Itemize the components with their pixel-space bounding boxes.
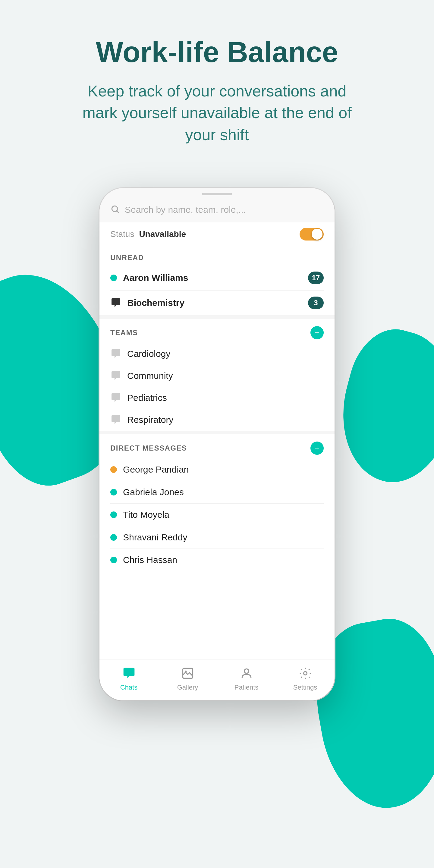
status-toggle[interactable] bbox=[300, 228, 324, 241]
nav-patients[interactable]: Patients bbox=[228, 665, 265, 691]
status-row: Status Unavailable bbox=[99, 222, 335, 246]
dm-item-shravani[interactable]: Shravani Reddy bbox=[99, 526, 335, 549]
unread-badge: 17 bbox=[308, 272, 324, 284]
dm-section-header: DIRECT MESSAGES + bbox=[99, 434, 335, 458]
notch-bar bbox=[202, 193, 232, 195]
patients-nav-icon bbox=[239, 665, 254, 681]
team-bubble-icon bbox=[110, 370, 121, 381]
unread-section-header: UNREAD bbox=[99, 246, 335, 266]
online-dot bbox=[110, 275, 117, 281]
phone-notch bbox=[99, 188, 335, 197]
add-dm-button[interactable]: + bbox=[310, 441, 324, 455]
team-item-respiratory[interactable]: Respiratory bbox=[99, 409, 335, 431]
search-input[interactable]: Search by name, team, role,... bbox=[125, 205, 324, 215]
section-spacer bbox=[99, 315, 335, 319]
dm-item-george[interactable]: George Pandian bbox=[99, 458, 335, 481]
status-dot bbox=[110, 534, 117, 541]
dm-item-gabriela[interactable]: Gabriela Jones bbox=[99, 481, 335, 503]
phone-frame: Search by name, team, role,... Status Un… bbox=[99, 188, 335, 701]
team-bubble-icon bbox=[110, 393, 121, 403]
team-name: Community bbox=[127, 371, 324, 381]
dm-name: Gabriela Jones bbox=[123, 487, 324, 497]
status-dot bbox=[110, 466, 117, 473]
dm-item-tito[interactable]: Tito Moyela bbox=[99, 504, 335, 526]
status-dot bbox=[110, 557, 117, 563]
team-item-community[interactable]: Community bbox=[99, 365, 335, 387]
status-value: Unavailable bbox=[139, 229, 295, 239]
svg-point-0 bbox=[112, 206, 118, 212]
nav-gallery-label: Gallery bbox=[177, 684, 198, 691]
bottom-navigation: Chats Gallery bbox=[99, 659, 335, 701]
dm-name: George Pandian bbox=[123, 464, 324, 475]
nav-gallery[interactable]: Gallery bbox=[170, 665, 206, 691]
page-subtitle: Keep track of your conversations and mar… bbox=[82, 80, 352, 146]
team-name: Pediatrics bbox=[127, 393, 324, 403]
dm-item-chris[interactable]: Chris Hassan bbox=[99, 549, 335, 571]
team-name: Respiratory bbox=[127, 415, 324, 425]
dm-name: Shravani Reddy bbox=[123, 532, 324, 542]
phone-mockup: Search by name, team, role,... Status Un… bbox=[99, 188, 335, 701]
unread-title: UNREAD bbox=[110, 253, 144, 262]
unread-list: Aaron Williams 17 Biochemistry 3 bbox=[99, 266, 335, 315]
team-name: Cardiology bbox=[127, 349, 324, 359]
dm-name: Tito Moyela bbox=[123, 510, 324, 520]
nav-chats-label: Chats bbox=[120, 684, 137, 691]
chat-item-aaron[interactable]: Aaron Williams 17 bbox=[99, 266, 335, 290]
nav-settings[interactable]: Settings bbox=[287, 665, 323, 691]
status-dot bbox=[110, 489, 117, 495]
toggle-knob bbox=[312, 229, 322, 240]
teams-section-header: TEAMS + bbox=[99, 319, 335, 343]
status-dot bbox=[110, 512, 117, 518]
search-icon bbox=[110, 204, 120, 215]
dm-list: George Pandian Gabriela Jones Tito Moyel… bbox=[99, 458, 335, 571]
chat-name: Biochemistry bbox=[127, 298, 302, 308]
dm-name: Chris Hassan bbox=[123, 555, 324, 565]
unread-badge: 3 bbox=[308, 297, 324, 309]
nav-chats[interactable]: Chats bbox=[111, 665, 147, 691]
header-section: Work-life Balance Keep track of your con… bbox=[21, 0, 413, 170]
dm-title: DIRECT MESSAGES bbox=[110, 444, 187, 453]
search-bar[interactable]: Search by name, team, role,... bbox=[99, 197, 335, 222]
teams-title: TEAMS bbox=[110, 329, 138, 337]
add-team-button[interactable]: + bbox=[310, 326, 324, 339]
status-label: Status bbox=[110, 229, 134, 239]
group-bubble-icon bbox=[110, 298, 121, 308]
team-item-cardiology[interactable]: Cardiology bbox=[99, 343, 335, 365]
chat-item-biochemistry[interactable]: Biochemistry 3 bbox=[99, 290, 335, 315]
team-bubble-icon bbox=[110, 348, 121, 359]
chat-nav-icon bbox=[121, 665, 137, 681]
page-title: Work-life Balance bbox=[82, 36, 352, 68]
settings-nav-icon bbox=[298, 665, 313, 681]
bg-shape-right-top bbox=[326, 320, 434, 494]
team-item-pediatrics[interactable]: Pediatrics bbox=[99, 387, 335, 409]
gallery-nav-icon bbox=[180, 665, 195, 681]
nav-patients-label: Patients bbox=[235, 684, 258, 691]
team-bubble-icon bbox=[110, 414, 121, 425]
svg-point-3 bbox=[185, 671, 187, 673]
svg-line-1 bbox=[117, 211, 119, 213]
svg-point-5 bbox=[304, 672, 307, 675]
nav-settings-label: Settings bbox=[293, 684, 317, 691]
chat-name: Aaron Williams bbox=[123, 273, 302, 283]
svg-point-4 bbox=[244, 669, 249, 673]
section-spacer bbox=[99, 431, 335, 434]
teams-list: Cardiology Community Pediatrics bbox=[99, 343, 335, 431]
